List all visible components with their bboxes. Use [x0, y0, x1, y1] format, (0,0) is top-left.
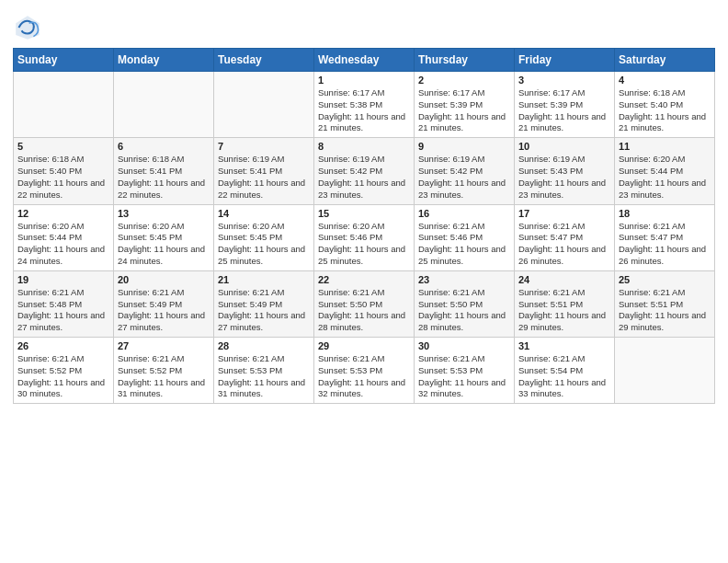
day-info: Sunrise: 6:21 AM Sunset: 5:47 PM Dayligh…: [619, 221, 711, 268]
calendar-week-5: 26Sunrise: 6:21 AM Sunset: 5:52 PM Dayli…: [14, 338, 715, 404]
day-number: 6: [118, 141, 210, 152]
day-info: Sunrise: 6:21 AM Sunset: 5:49 PM Dayligh…: [218, 287, 310, 334]
day-info: Sunrise: 6:21 AM Sunset: 5:53 PM Dayligh…: [218, 353, 310, 400]
calendar-cell: 12Sunrise: 6:20 AM Sunset: 5:44 PM Dayli…: [14, 204, 114, 270]
calendar-cell: 11Sunrise: 6:20 AM Sunset: 5:44 PM Dayli…: [615, 138, 715, 204]
calendar-table: SundayMondayTuesdayWednesdayThursdayFrid…: [13, 48, 715, 404]
calendar-cell: 26Sunrise: 6:21 AM Sunset: 5:52 PM Dayli…: [14, 338, 114, 404]
day-number: 12: [17, 208, 109, 219]
day-number: 10: [518, 141, 610, 152]
day-number: 29: [318, 340, 410, 351]
day-number: 30: [418, 340, 510, 351]
day-info: Sunrise: 6:17 AM Sunset: 5:39 PM Dayligh…: [418, 87, 510, 134]
day-info: Sunrise: 6:21 AM Sunset: 5:49 PM Dayligh…: [118, 287, 210, 334]
calendar-weekday-friday: Friday: [515, 49, 615, 72]
calendar-cell: 2Sunrise: 6:17 AM Sunset: 5:39 PM Daylig…: [415, 72, 515, 138]
day-number: 18: [619, 208, 711, 219]
day-info: Sunrise: 6:18 AM Sunset: 5:40 PM Dayligh…: [619, 87, 711, 134]
day-info: Sunrise: 6:21 AM Sunset: 5:51 PM Dayligh…: [518, 287, 610, 334]
day-number: 13: [118, 208, 210, 219]
day-number: 1: [318, 75, 410, 86]
calendar-cell: 5Sunrise: 6:18 AM Sunset: 5:40 PM Daylig…: [14, 138, 114, 204]
day-info: Sunrise: 6:21 AM Sunset: 5:46 PM Dayligh…: [418, 221, 510, 268]
day-number: 31: [518, 340, 610, 351]
header: [13, 9, 715, 42]
day-number: 24: [518, 274, 610, 285]
day-info: Sunrise: 6:21 AM Sunset: 5:52 PM Dayligh…: [118, 353, 210, 400]
day-info: Sunrise: 6:21 AM Sunset: 5:53 PM Dayligh…: [418, 353, 510, 400]
calendar-header-row: SundayMondayTuesdayWednesdayThursdayFrid…: [14, 49, 715, 72]
calendar-cell: 15Sunrise: 6:20 AM Sunset: 5:46 PM Dayli…: [314, 204, 415, 270]
calendar-cell: 27Sunrise: 6:21 AM Sunset: 5:52 PM Dayli…: [114, 338, 214, 404]
calendar-cell: [615, 338, 715, 404]
day-number: 2: [418, 75, 510, 86]
day-info: Sunrise: 6:20 AM Sunset: 5:44 PM Dayligh…: [17, 221, 109, 268]
day-info: Sunrise: 6:20 AM Sunset: 5:46 PM Dayligh…: [318, 221, 410, 268]
calendar-cell: 14Sunrise: 6:20 AM Sunset: 5:45 PM Dayli…: [214, 204, 314, 270]
calendar-cell: [14, 72, 114, 138]
calendar-cell: 24Sunrise: 6:21 AM Sunset: 5:51 PM Dayli…: [515, 270, 615, 337]
day-info: Sunrise: 6:20 AM Sunset: 5:45 PM Dayligh…: [218, 221, 310, 268]
day-info: Sunrise: 6:21 AM Sunset: 5:53 PM Dayligh…: [318, 353, 410, 400]
day-number: 3: [518, 75, 610, 86]
day-number: 26: [17, 340, 109, 351]
calendar-cell: 9Sunrise: 6:19 AM Sunset: 5:42 PM Daylig…: [415, 138, 515, 204]
day-number: 23: [418, 274, 510, 285]
day-number: 20: [118, 274, 210, 285]
day-number: 4: [619, 75, 711, 86]
calendar-cell: 18Sunrise: 6:21 AM Sunset: 5:47 PM Dayli…: [615, 204, 715, 270]
calendar-cell: 6Sunrise: 6:18 AM Sunset: 5:41 PM Daylig…: [114, 138, 214, 204]
day-info: Sunrise: 6:21 AM Sunset: 5:54 PM Dayligh…: [518, 353, 610, 400]
day-info: Sunrise: 6:17 AM Sunset: 5:38 PM Dayligh…: [318, 87, 410, 134]
day-info: Sunrise: 6:18 AM Sunset: 5:41 PM Dayligh…: [118, 154, 210, 201]
day-number: 11: [619, 141, 711, 152]
calendar-cell: 30Sunrise: 6:21 AM Sunset: 5:53 PM Dayli…: [415, 338, 515, 404]
day-info: Sunrise: 6:21 AM Sunset: 5:50 PM Dayligh…: [318, 287, 410, 334]
page: SundayMondayTuesdayWednesdayThursdayFrid…: [0, 0, 728, 563]
calendar-week-4: 19Sunrise: 6:21 AM Sunset: 5:48 PM Dayli…: [14, 270, 715, 337]
calendar-cell: 29Sunrise: 6:21 AM Sunset: 5:53 PM Dayli…: [314, 338, 415, 404]
calendar-weekday-wednesday: Wednesday: [314, 49, 415, 72]
calendar-weekday-sunday: Sunday: [14, 49, 114, 72]
day-info: Sunrise: 6:21 AM Sunset: 5:50 PM Dayligh…: [418, 287, 510, 334]
calendar-cell: 31Sunrise: 6:21 AM Sunset: 5:54 PM Dayli…: [515, 338, 615, 404]
calendar-cell: 23Sunrise: 6:21 AM Sunset: 5:50 PM Dayli…: [415, 270, 515, 337]
calendar-cell: 21Sunrise: 6:21 AM Sunset: 5:49 PM Dayli…: [214, 270, 314, 337]
calendar-cell: 20Sunrise: 6:21 AM Sunset: 5:49 PM Dayli…: [114, 270, 214, 337]
day-info: Sunrise: 6:19 AM Sunset: 5:43 PM Dayligh…: [518, 154, 610, 201]
calendar-cell: 19Sunrise: 6:21 AM Sunset: 5:48 PM Dayli…: [14, 270, 114, 337]
calendar-cell: 10Sunrise: 6:19 AM Sunset: 5:43 PM Dayli…: [515, 138, 615, 204]
day-info: Sunrise: 6:21 AM Sunset: 5:47 PM Dayligh…: [518, 221, 610, 268]
calendar-cell: 17Sunrise: 6:21 AM Sunset: 5:47 PM Dayli…: [515, 204, 615, 270]
logo-icon: [13, 13, 42, 42]
day-number: 15: [318, 208, 410, 219]
calendar-cell: [114, 72, 214, 138]
day-number: 7: [218, 141, 310, 152]
calendar-cell: 8Sunrise: 6:19 AM Sunset: 5:42 PM Daylig…: [314, 138, 415, 204]
day-number: 21: [218, 274, 310, 285]
day-info: Sunrise: 6:21 AM Sunset: 5:51 PM Dayligh…: [619, 287, 711, 334]
day-info: Sunrise: 6:21 AM Sunset: 5:48 PM Dayligh…: [17, 287, 109, 334]
calendar-cell: [214, 72, 314, 138]
day-number: 19: [17, 274, 109, 285]
calendar-week-3: 12Sunrise: 6:20 AM Sunset: 5:44 PM Dayli…: [14, 204, 715, 270]
logo: [13, 13, 46, 42]
calendar-cell: 16Sunrise: 6:21 AM Sunset: 5:46 PM Dayli…: [415, 204, 515, 270]
calendar-weekday-saturday: Saturday: [615, 49, 715, 72]
day-number: 8: [318, 141, 410, 152]
calendar-cell: 3Sunrise: 6:17 AM Sunset: 5:39 PM Daylig…: [515, 72, 615, 138]
calendar-cell: 28Sunrise: 6:21 AM Sunset: 5:53 PM Dayli…: [214, 338, 314, 404]
day-number: 28: [218, 340, 310, 351]
day-info: Sunrise: 6:18 AM Sunset: 5:40 PM Dayligh…: [17, 154, 109, 201]
day-info: Sunrise: 6:21 AM Sunset: 5:52 PM Dayligh…: [17, 353, 109, 400]
day-number: 25: [619, 274, 711, 285]
calendar-week-1: 1Sunrise: 6:17 AM Sunset: 5:38 PM Daylig…: [14, 72, 715, 138]
calendar-weekday-monday: Monday: [114, 49, 214, 72]
day-info: Sunrise: 6:20 AM Sunset: 5:45 PM Dayligh…: [118, 221, 210, 268]
day-info: Sunrise: 6:19 AM Sunset: 5:42 PM Dayligh…: [418, 154, 510, 201]
day-info: Sunrise: 6:20 AM Sunset: 5:44 PM Dayligh…: [619, 154, 711, 201]
calendar-cell: 4Sunrise: 6:18 AM Sunset: 5:40 PM Daylig…: [615, 72, 715, 138]
day-number: 9: [418, 141, 510, 152]
day-number: 22: [318, 274, 410, 285]
calendar-weekday-tuesday: Tuesday: [214, 49, 314, 72]
